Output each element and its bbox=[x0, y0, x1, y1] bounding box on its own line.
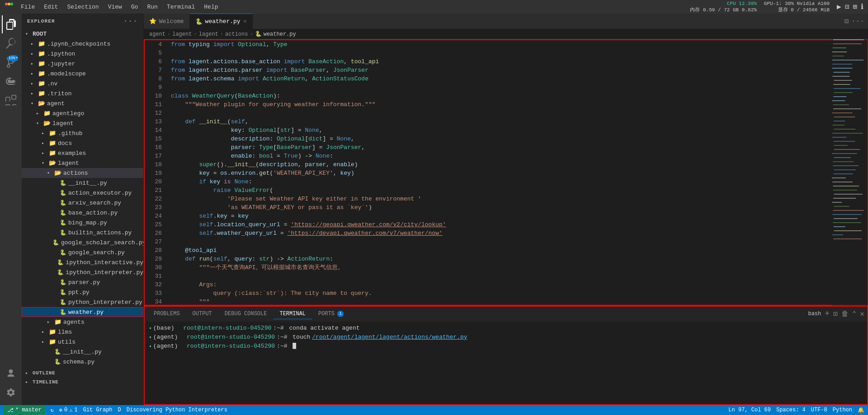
tab-output[interactable]: OUTPUT bbox=[186, 309, 218, 319]
status-python-interpreters[interactable]: Discovering Python Interpreters bbox=[127, 407, 227, 413]
activity-search[interactable] bbox=[2, 34, 20, 52]
fullscreen-icon[interactable]: ⊞ bbox=[853, 2, 857, 11]
bc-lagent2[interactable]: lagent bbox=[199, 31, 218, 37]
menu-terminal[interactable]: Terminal bbox=[163, 3, 198, 11]
term-link-2[interactable]: /root/agent/lagent/lagent/actions/weathe… bbox=[312, 333, 467, 342]
tab-terminal[interactable]: TERMINAL bbox=[273, 309, 312, 319]
status-git-branch[interactable]: ⎇ * master bbox=[4, 405, 45, 415]
activity-explorer[interactable] bbox=[2, 15, 20, 33]
menu-edit[interactable]: Edit bbox=[40, 3, 61, 11]
activity-bottom bbox=[2, 364, 20, 405]
tree-lagent[interactable]: ▾ 📂 lagent bbox=[22, 118, 143, 128]
menu-go[interactable]: Go bbox=[127, 3, 142, 11]
tree-ipython-interpreter[interactable]: 🐍 ipython_interpreter.py bbox=[22, 267, 143, 277]
activity-account[interactable] bbox=[2, 364, 20, 382]
tree-examples[interactable]: ▸ 📁 examples bbox=[22, 148, 143, 158]
status-encoding[interactable]: UTF-8 bbox=[811, 407, 827, 413]
tree-jupyter[interactable]: ▸ 📁 .jupyter bbox=[22, 59, 143, 69]
tree-lagent2[interactable]: ▾ 📂 lagent bbox=[22, 158, 143, 168]
tree-actions[interactable]: ▾ 📂 actions bbox=[22, 168, 143, 178]
tree-agentlego[interactable]: ▸ 📁 agentlego bbox=[22, 108, 143, 118]
terminal-trash-icon[interactable]: 🗑 bbox=[841, 310, 849, 318]
outline-section[interactable]: ▸ OUTLINE bbox=[22, 368, 143, 378]
tree-weather[interactable]: 🐍 weather.py bbox=[22, 307, 143, 317]
menu-run[interactable]: Run bbox=[143, 3, 161, 11]
tree-github[interactable]: ▸ 📁 .github bbox=[22, 128, 143, 138]
status-notification[interactable]: 🔔 bbox=[858, 407, 864, 414]
tree-nv[interactable]: ▸ 📁 .nv bbox=[22, 79, 143, 89]
status-language[interactable]: Python bbox=[833, 407, 852, 413]
tree-ppt[interactable]: 🐍 ppt.py bbox=[22, 287, 143, 297]
activity-scm[interactable]: 10k+ bbox=[2, 53, 20, 71]
spaces-label: Spaces: 4 bbox=[776, 407, 806, 413]
svg-point-1 bbox=[8, 3, 10, 5]
tree-base-action[interactable]: 🐍 base_action.py bbox=[22, 208, 143, 218]
activity-settings[interactable] bbox=[2, 383, 20, 401]
tree-init-py[interactable]: 🐍 __init__.py bbox=[22, 178, 143, 188]
code-editor[interactable]: 4 5 6 7 8 9 10 11 12 13 14 15 16 17 18 1… bbox=[144, 39, 868, 306]
tree-google-search[interactable]: 🐍 google_search.py bbox=[22, 247, 143, 257]
breadcrumb: agent › lagent › lagent › actions › 🐍 we… bbox=[144, 29, 868, 39]
tree-docs[interactable]: ▸ 📁 docs bbox=[22, 138, 143, 148]
run-icon[interactable]: ▶ bbox=[837, 2, 841, 11]
timeline-section[interactable]: ▸ TIMELINE bbox=[22, 378, 143, 387]
term-cmd-1: conda activate agent bbox=[286, 324, 360, 333]
sync-icon: ↻ bbox=[51, 407, 54, 414]
menu-selection[interactable]: Selection bbox=[63, 3, 102, 11]
bc-py-icon: 🐍 bbox=[255, 31, 262, 37]
tree-ipython-interactive[interactable]: 🐍 ipython_interactive.py bbox=[22, 257, 143, 267]
tree-init-py2[interactable]: 🐍 __init__.py bbox=[22, 347, 143, 357]
menu-view[interactable]: View bbox=[104, 3, 126, 11]
tree-schema[interactable]: 🐍 schema.py bbox=[22, 357, 143, 367]
terminal-add-icon[interactable]: + bbox=[825, 309, 830, 318]
code-content[interactable]: from typing import Optional, Type from l… bbox=[165, 39, 832, 306]
bc-agent[interactable]: agent bbox=[149, 31, 165, 37]
terminal-maximize-icon[interactable]: ✕ bbox=[860, 309, 864, 318]
bc-weather[interactable]: weather.py bbox=[264, 31, 296, 37]
menu-file[interactable]: File bbox=[17, 3, 38, 11]
tree-llms[interactable]: ▸ 📁 llms bbox=[22, 327, 143, 337]
tab-debug-console[interactable]: DEBUG CONSOLE bbox=[218, 309, 274, 319]
status-errors[interactable]: ⊗ 0 ⚠ 1 bbox=[59, 407, 78, 414]
bc-lagent1[interactable]: lagent bbox=[172, 31, 192, 37]
terminal-minimize-icon[interactable]: ⌃ bbox=[852, 309, 857, 318]
tree-ipynb[interactable]: ▸ 📁 .ipynb_checkpoints bbox=[22, 39, 143, 49]
terminal-content[interactable]: ● (base) root@intern-studio-045290 :~# c… bbox=[144, 322, 868, 405]
tree-utils[interactable]: ▸ 📁 utils bbox=[22, 337, 143, 347]
info-icon[interactable]: ℹ bbox=[861, 2, 863, 11]
tree-modelscope[interactable]: ▸ 📁 .modelscope bbox=[22, 69, 143, 79]
status-git-graph[interactable]: Git Graph bbox=[83, 407, 113, 413]
activity-extensions[interactable] bbox=[2, 91, 20, 109]
tree-builtin[interactable]: 🐍 builtin_actions.py bbox=[22, 228, 143, 238]
editor-split-icon[interactable]: ⊡ bbox=[844, 17, 849, 26]
sidebar-more[interactable]: ··· bbox=[123, 17, 138, 25]
terminal-split-icon[interactable]: ⊡ bbox=[833, 309, 838, 318]
tab-weather[interactable]: 🐍 weather.py × bbox=[190, 14, 253, 29]
tree-ipython[interactable]: ▸ 📁 .ipython bbox=[22, 49, 143, 59]
split-icon[interactable]: ⊡ bbox=[845, 2, 849, 11]
tree-triton[interactable]: ▸ 📁 .triton bbox=[22, 89, 143, 98]
editor-more-icon[interactable]: ··· bbox=[851, 17, 864, 25]
tree-parser[interactable]: 🐍 parser.py bbox=[22, 277, 143, 287]
tree-root[interactable]: ▾ ROOT bbox=[22, 29, 143, 39]
tab-welcome[interactable]: ⭐ Welcome bbox=[144, 14, 190, 29]
menu-help[interactable]: Help bbox=[200, 3, 222, 11]
bc-actions[interactable]: actions bbox=[225, 31, 248, 37]
status-spaces[interactable]: Spaces: 4 bbox=[776, 407, 806, 413]
tree-google-scholar[interactable]: 🐍 google_scholar_search.py bbox=[22, 238, 143, 247]
activity-debug[interactable] bbox=[2, 72, 20, 90]
status-ln-col[interactable]: Ln 97, Col 69 bbox=[728, 407, 771, 413]
tree-arxiv[interactable]: 🐍 arxiv_search.py bbox=[22, 198, 143, 208]
welcome-icon: ⭐ bbox=[149, 18, 156, 25]
status-sync[interactable]: ↻ bbox=[51, 407, 54, 414]
tree-bing-map[interactable]: 🐍 bing_map.py bbox=[22, 218, 143, 228]
tab-close-weather[interactable]: × bbox=[243, 18, 247, 25]
tab-problems[interactable]: PROBLEMS bbox=[147, 309, 186, 319]
tab-ports[interactable]: PORTS 1 bbox=[312, 309, 350, 319]
status-d[interactable]: D bbox=[118, 407, 121, 413]
svg-point-2 bbox=[10, 3, 13, 5]
tree-agent[interactable]: ▾ 📂 agent bbox=[22, 98, 143, 108]
tree-agents[interactable]: ▸ 📁 agents bbox=[22, 317, 143, 327]
tree-python-interpreter[interactable]: 🐍 python_interpreter.py bbox=[22, 297, 143, 307]
tree-action-executor[interactable]: 🐍 action_executor.py bbox=[22, 188, 143, 198]
